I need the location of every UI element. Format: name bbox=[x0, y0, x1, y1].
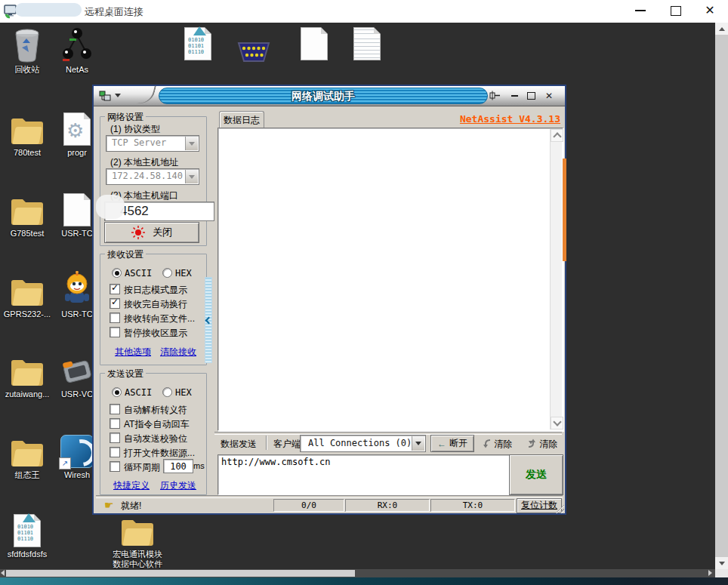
status-rx-panel: RX:0 bbox=[345, 499, 430, 512]
group-title: 接收设置 bbox=[105, 248, 146, 261]
left-arrow-icon: ← bbox=[437, 439, 446, 449]
recv-clear-link[interactable]: 清除接收 bbox=[160, 346, 196, 359]
rdp-maximize-button[interactable] bbox=[663, 0, 689, 21]
send-escape-checkbox[interactable] bbox=[110, 404, 120, 414]
triangle-down-icon bbox=[719, 562, 725, 565]
dropdown-button[interactable] bbox=[412, 436, 424, 451]
log-scroll-up-button[interactable] bbox=[551, 129, 563, 142]
recv-auto-newline-checkbox[interactable] bbox=[110, 298, 120, 309]
send-ascii-label: ASCII bbox=[125, 387, 152, 398]
censored-host-name bbox=[15, 3, 82, 17]
maximize-icon bbox=[527, 92, 535, 100]
close-connection-button[interactable]: 关闭 bbox=[104, 222, 199, 243]
send-cycle-label: 循环周期 bbox=[124, 461, 160, 474]
tab-data-log[interactable]: 数据日志 bbox=[219, 111, 264, 128]
horizontal-scrollbar-thumb[interactable] bbox=[6, 570, 355, 577]
collapse-left-icon bbox=[205, 316, 212, 324]
recv-pause-label: 暂停接收区显示 bbox=[124, 327, 187, 340]
pin-icon bbox=[489, 91, 501, 100]
protocol-combobox[interactable]: TCP Server bbox=[106, 135, 199, 152]
icon-label: 宏电通讯模块数据中心软件 bbox=[112, 550, 163, 569]
icon-label: GPRS232-... bbox=[2, 309, 53, 319]
pin-button[interactable] bbox=[488, 89, 501, 102]
wireshark-icon: ↗ bbox=[60, 435, 94, 468]
desktop-icon-g785test[interactable]: G785test bbox=[2, 189, 53, 239]
desktop-icon-netassist[interactable]: NetAs bbox=[51, 25, 103, 75]
desktop-icon-780test[interactable]: 780test bbox=[2, 108, 53, 158]
client-combobox[interactable]: All Connections (0) bbox=[300, 435, 426, 452]
desktop-icon-serial-port[interactable] bbox=[228, 26, 279, 63]
rdp-minimize-button[interactable] bbox=[628, 0, 653, 21]
folder-icon bbox=[9, 114, 45, 146]
send-history-link[interactable]: 历史发送 bbox=[160, 479, 196, 492]
scroll-up-button[interactable] bbox=[715, 23, 728, 35]
dropdown-button[interactable] bbox=[185, 137, 198, 150]
desktop-icon-zutaiwang-folder[interactable]: 组态王 bbox=[2, 430, 53, 480]
rdp-horizontal-scrollbar[interactable] bbox=[0, 569, 715, 577]
chevron-down-icon bbox=[553, 417, 561, 426]
log-scroll-down-button[interactable] bbox=[551, 417, 563, 430]
send-hex-radio[interactable] bbox=[162, 387, 172, 397]
send-checksum-checkbox[interactable] bbox=[110, 433, 120, 443]
clear-send-button[interactable]: 清除 bbox=[527, 438, 557, 451]
recv-hex-label: HEX bbox=[175, 268, 192, 279]
desktop-icon-zutaiwang[interactable]: zutaiwang... bbox=[2, 349, 53, 399]
host-address-combobox[interactable]: 172.24.58.140 bbox=[106, 168, 199, 185]
blank-document-icon bbox=[301, 27, 328, 60]
recv-pause-checkbox[interactable] bbox=[110, 327, 120, 337]
tab-data-log-label: 数据日志 bbox=[224, 115, 260, 125]
folder-icon bbox=[9, 356, 45, 387]
send-cycle-checkbox[interactable] bbox=[110, 461, 120, 472]
send-payload-textarea[interactable]: http://www.cmsoft.cn bbox=[217, 454, 511, 495]
dropdown-button[interactable] bbox=[185, 170, 198, 183]
cycle-period-input[interactable] bbox=[163, 459, 193, 473]
netassist-version-link[interactable]: NetAssist V4.3.13 bbox=[418, 113, 560, 125]
send-file-source-label: 打开文件数据源... bbox=[124, 447, 195, 460]
send-at-cr-checkbox[interactable] bbox=[110, 418, 120, 429]
folder-icon bbox=[9, 276, 45, 307]
clear-receive-button[interactable]: 清除 bbox=[482, 438, 512, 451]
rdp-close-button[interactable]: ✕ bbox=[697, 0, 723, 21]
desktop-icon-hongdian[interactable]: 宏电通讯模块数据中心软件 bbox=[112, 510, 163, 569]
shark-fin-icon bbox=[191, 26, 206, 35]
scroll-left-button[interactable] bbox=[1, 570, 5, 576]
window-close-button[interactable]: ✕ bbox=[542, 89, 556, 102]
recv-auto-newline-label: 接收完自动换行 bbox=[124, 298, 187, 311]
send-button[interactable]: 发送 bbox=[509, 454, 563, 495]
desktop-icon-recycle-bin[interactable]: 回收站 bbox=[2, 25, 53, 75]
desktop-icon-notepad[interactable] bbox=[341, 23, 393, 60]
window-title: 网络调试助手 bbox=[159, 90, 487, 103]
log-scrollbar[interactable] bbox=[550, 129, 562, 430]
notepad-document-icon bbox=[353, 27, 381, 60]
recv-ascii-radio[interactable] bbox=[112, 268, 122, 278]
desktop-icon-capture-file[interactable]: 010100110101110 sfdfdsfdsfs bbox=[2, 510, 53, 559]
recv-to-file-checkbox[interactable] bbox=[110, 313, 120, 323]
window-menu-dropdown-arrow[interactable] bbox=[115, 94, 121, 97]
panel-collapse-splitter[interactable] bbox=[205, 277, 212, 363]
recv-log-mode-checkbox[interactable] bbox=[110, 284, 120, 294]
window-maximize-button[interactable] bbox=[524, 89, 538, 102]
data-log-area[interactable] bbox=[217, 128, 563, 431]
desktop-icon-document[interactable] bbox=[288, 23, 340, 60]
tab-data-send[interactable]: 数据发送 bbox=[221, 438, 257, 451]
send-shortcut-link[interactable]: 快捷定义 bbox=[113, 479, 150, 492]
recv-hex-radio[interactable] bbox=[162, 268, 172, 278]
group-title: 发送设置 bbox=[105, 368, 146, 380]
disconnect-button[interactable]: ← 断开 bbox=[430, 435, 474, 452]
shark-fin-icon bbox=[20, 513, 35, 522]
scroll-right-button[interactable] bbox=[708, 570, 712, 576]
send-file-source-checkbox[interactable] bbox=[110, 447, 120, 457]
reset-count-button[interactable]: 复位计数 bbox=[517, 498, 562, 513]
desktop-icon-gprs232[interactable]: GPRS232-... bbox=[2, 269, 53, 319]
send-checksum-label: 自动发送校验位 bbox=[124, 433, 187, 445]
recv-other-options-link[interactable]: 其他选项 bbox=[115, 346, 151, 359]
scroll-down-button[interactable] bbox=[715, 557, 728, 569]
red-status-dot-icon bbox=[131, 226, 145, 239]
recycle-bin-icon bbox=[12, 28, 42, 63]
window-minimize-button[interactable] bbox=[507, 89, 521, 102]
window-titlebar[interactable]: 网络调试助手 ✕ bbox=[94, 86, 565, 106]
desktop-icon-capture-file-2[interactable]: 010100110101110 bbox=[172, 23, 224, 60]
send-ascii-radio[interactable] bbox=[112, 387, 122, 397]
rdp-vertical-scrollbar[interactable] bbox=[715, 23, 728, 569]
disconnect-label: 断开 bbox=[449, 437, 467, 450]
